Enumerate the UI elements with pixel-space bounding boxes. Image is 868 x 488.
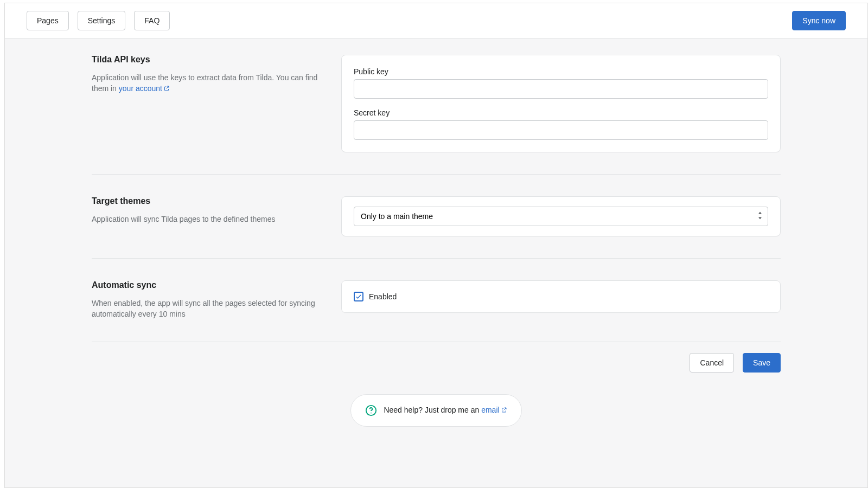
section-target-themes-desc: Application will sync Tilda pages to the… [92,214,320,224]
your-account-link[interactable]: your account [119,84,170,93]
api-keys-card: Public key Secret key [341,55,781,152]
sync-now-button[interactable]: Sync now [792,11,846,30]
section-automatic-sync-desc: When enabled, the app will sync all the … [92,298,320,320]
section-api-keys: Tilda API keys Application will use the … [92,38,781,175]
public-key-label: Public key [354,67,768,76]
section-api-keys-card-wrap: Public key Secret key [341,55,781,152]
target-theme-select-wrap: Only to a main theme [354,207,768,226]
section-automatic-sync-title: Automatic sync [92,280,320,290]
secret-key-input[interactable] [354,120,768,140]
cancel-button[interactable]: Cancel [690,353,734,373]
automatic-sync-card: Enabled [341,280,781,313]
section-automatic-sync-info: Automatic sync When enabled, the app wil… [92,280,320,320]
enabled-checkbox[interactable] [354,292,363,301]
section-api-keys-info: Tilda API keys Application will use the … [92,55,320,152]
public-key-field: Public key [354,67,768,99]
section-target-themes-title: Target themes [92,196,320,206]
help-email-link[interactable]: email [481,406,507,414]
tab-settings[interactable]: Settings [78,11,126,30]
help-text: Need help? Just drop me an email [384,406,507,415]
check-icon [355,293,362,300]
tab-group: Pages Settings FAQ [27,11,170,30]
public-key-input[interactable] [354,79,768,99]
section-target-themes-card-wrap: Only to a main theme [341,196,781,236]
form-actions: Cancel Save [92,342,781,394]
target-theme-select[interactable]: Only to a main theme [354,207,768,226]
your-account-link-label: your account [119,84,162,93]
secret-key-field: Secret key [354,108,768,140]
secret-key-label: Secret key [354,108,768,117]
help-chip: Need help? Just drop me an email [350,394,521,427]
enabled-checkbox-row: Enabled [354,292,768,301]
target-themes-card: Only to a main theme [341,196,781,236]
section-target-themes-info: Target themes Application will sync Tild… [92,196,320,236]
app-frame: Pages Settings FAQ Sync now Tilda API ke… [4,3,868,488]
external-link-icon [501,406,507,415]
section-automatic-sync-card-wrap: Enabled [341,280,781,320]
section-api-keys-title: Tilda API keys [92,55,320,65]
save-button[interactable]: Save [743,353,781,373]
topbar: Pages Settings FAQ Sync now [5,3,867,38]
content: Tilda API keys Application will use the … [5,38,867,427]
tab-pages[interactable]: Pages [27,11,69,30]
section-automatic-sync: Automatic sync When enabled, the app wil… [92,259,781,342]
external-link-icon [163,84,170,94]
help-text-prefix: Need help? Just drop me an [384,406,481,414]
svg-point-1 [371,412,372,413]
help-email-link-label: email [481,406,499,414]
help-question-icon [365,404,377,416]
section-api-keys-desc: Application will use the keys to extract… [92,72,320,95]
tab-faq[interactable]: FAQ [134,11,170,30]
enabled-checkbox-label: Enabled [369,292,397,301]
section-target-themes: Target themes Application will sync Tild… [92,175,781,259]
